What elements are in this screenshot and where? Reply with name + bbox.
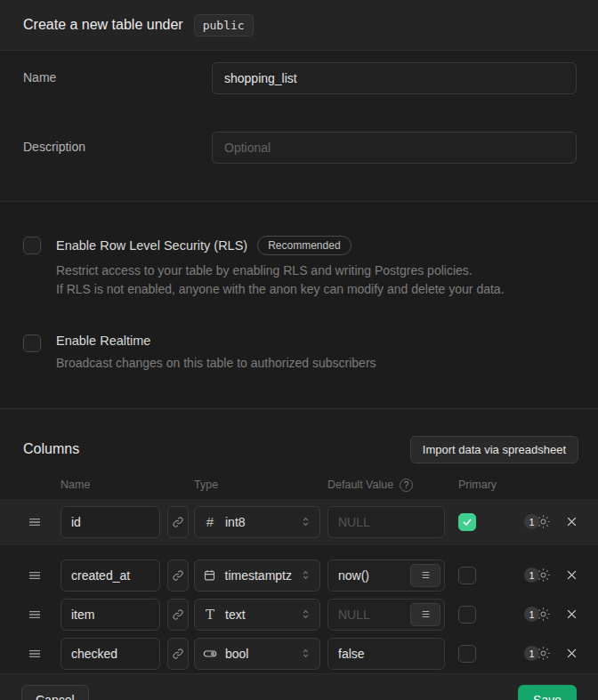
column-settings-button[interactable]: 1 (524, 645, 552, 662)
rls-description: Restrict access to your table by enablin… (56, 261, 505, 298)
remove-column-icon[interactable] (565, 568, 578, 582)
column-settings-button[interactable]: 1 (524, 513, 552, 530)
columns-table-header: Name Type Default Value ? Primary (0, 479, 598, 492)
row-actions: 1 (524, 606, 578, 623)
chevron-updown-icon (300, 647, 311, 660)
cancel-button[interactable]: Cancel (21, 685, 89, 700)
rls-texts: Enable Row Level Security (RLS) Recommen… (56, 236, 505, 298)
column-settings-button[interactable]: 1 (524, 567, 552, 583)
rls-checkbox[interactable] (23, 237, 41, 254)
primary-cell (458, 606, 476, 624)
remove-column-icon[interactable] (565, 515, 578, 528)
chevron-updown-icon (300, 515, 311, 528)
primary-cell (458, 645, 476, 663)
column-type-select[interactable]: T text (194, 599, 320, 631)
foreign-key-link-icon[interactable] (167, 599, 189, 631)
drag-handle-icon[interactable] (27, 607, 44, 623)
default-value-cell (327, 559, 445, 591)
column-row: T text (0, 595, 598, 634)
header-type: Type (194, 479, 320, 491)
drag-handle-icon[interactable] (27, 567, 44, 583)
default-value-input[interactable] (327, 638, 445, 670)
rls-block: Enable Row Level Security (RLS) Recommen… (23, 236, 577, 298)
description-row: Description (23, 132, 577, 164)
import-spreadsheet-button[interactable]: Import data via spreadsheet (410, 436, 578, 463)
columns-rows: # int8 (0, 499, 598, 673)
hash-icon: # (203, 514, 217, 529)
column-type-value: int8 (225, 515, 246, 529)
description-label: Description (23, 132, 212, 154)
column-type-value: text (225, 607, 246, 622)
name-label: Name (23, 62, 212, 84)
schema-chip: public (194, 14, 254, 36)
chevron-updown-icon (300, 568, 311, 582)
panel-title: Create a new table under (23, 17, 183, 33)
column-type-select[interactable]: bool (194, 638, 320, 670)
primary-checkbox[interactable] (458, 513, 476, 531)
panel-footer: Cancel Save (0, 673, 598, 700)
column-name-input[interactable] (61, 638, 160, 670)
columns-title: Columns (23, 441, 79, 457)
header-default-value: Default Value (327, 479, 393, 491)
remove-column-icon[interactable] (565, 607, 578, 621)
realtime-block: Enable Realtime Broadcast changes on thi… (23, 334, 577, 373)
column-name-input[interactable] (61, 559, 160, 591)
text-type-icon: T (203, 607, 217, 623)
realtime-label: Enable Realtime (56, 334, 150, 348)
primary-cell (458, 567, 476, 584)
header-name: Name (61, 479, 160, 491)
drag-handle-icon[interactable] (27, 646, 44, 662)
help-icon[interactable]: ? (400, 479, 413, 492)
table-description-input[interactable] (212, 132, 577, 164)
row-actions: 1 (524, 513, 578, 530)
table-name-input[interactable] (212, 62, 577, 94)
primary-checkbox[interactable] (458, 606, 476, 624)
rls-label: Enable Row Level Security (RLS) (56, 238, 247, 253)
panel-header: Create a new table under public (0, 0, 598, 51)
foreign-key-link-icon[interactable] (167, 559, 189, 591)
column-name-input[interactable] (61, 506, 160, 538)
bool-icon (203, 647, 217, 661)
default-menu-button[interactable] (410, 564, 440, 587)
name-row: Name (23, 62, 577, 94)
header-primary: Primary (458, 479, 529, 491)
column-row: # int8 (0, 499, 598, 545)
column-row: bool 1 (0, 634, 598, 673)
realtime-description: Broadcast changes on this table to autho… (56, 354, 376, 373)
primary-cell (458, 513, 476, 531)
table-info-section: Name Description (0, 51, 598, 202)
column-settings-button[interactable]: 1 (524, 606, 552, 623)
default-menu-button[interactable] (410, 603, 440, 626)
column-type-select[interactable]: # int8 (194, 506, 320, 538)
foreign-key-link-icon[interactable] (167, 506, 189, 538)
chevron-updown-icon (300, 607, 311, 621)
remove-column-icon[interactable] (565, 647, 578, 660)
column-name-input[interactable] (61, 599, 160, 631)
table-options-section: Enable Row Level Security (RLS) Recommen… (0, 202, 598, 409)
column-type-value: timestamptz (225, 568, 292, 583)
foreign-key-link-icon[interactable] (167, 638, 189, 670)
column-type-select[interactable]: timestamptz (194, 559, 320, 591)
row-actions: 1 (524, 567, 578, 583)
primary-checkbox[interactable] (458, 567, 476, 584)
save-button[interactable]: Save (518, 685, 577, 700)
columns-section: Columns Import data via spreadsheet Name… (0, 409, 598, 673)
drag-handle-icon[interactable] (27, 514, 44, 530)
realtime-texts: Enable Realtime Broadcast changes on thi… (56, 334, 376, 373)
row-actions: 1 (524, 645, 578, 662)
recommended-badge: Recommended (257, 236, 351, 255)
create-table-panel: Create a new table under public Name Des… (0, 0, 598, 700)
realtime-checkbox[interactable] (23, 334, 41, 352)
default-value-cell (327, 506, 445, 538)
primary-checkbox[interactable] (458, 645, 476, 663)
default-value-cell (327, 599, 445, 631)
column-type-value: bool (225, 647, 248, 661)
column-row: timestamptz (0, 556, 598, 595)
calendar-icon (203, 568, 217, 582)
default-value-cell (327, 638, 445, 670)
default-value-input[interactable] (327, 506, 445, 538)
